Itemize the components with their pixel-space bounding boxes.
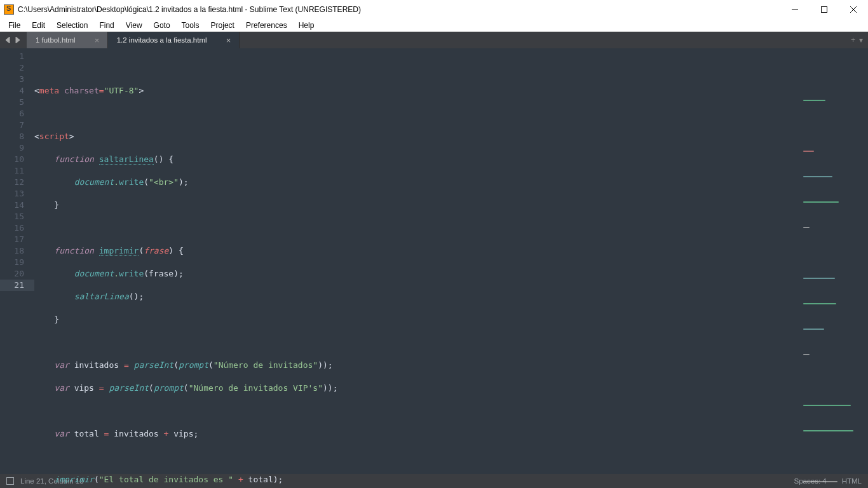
panel-toggle-icon[interactable] [6,477,14,485]
tab-actions: + ▾ [851,36,868,44]
editor[interactable]: 1 2 3 4 5 6 7 8 9 10 11 12 13 14 15 16 1… [0,48,868,474]
line-number: 17 [0,234,34,245]
app-icon [4,4,14,15]
line-number: 6 [0,108,34,119]
menu-view[interactable]: View [120,20,148,31]
code-area[interactable]: <meta charset="UTF-8"> <script> function… [34,48,868,474]
menu-goto[interactable]: Goto [148,20,176,31]
tab-label: 1.2 invitados a la fiesta.html [117,36,207,44]
close-button[interactable] [839,0,868,19]
tabs: 1 futbol.html × 1.2 invitados a la fiest… [27,32,851,48]
menu-selection[interactable]: Selection [51,20,93,31]
line-number: 16 [0,222,34,234]
line-number: 3 [0,74,34,85]
svg-marker-4 [6,37,10,43]
line-number: 8 [0,131,34,142]
line-number: 5 [0,97,34,108]
line-number: 19 [0,257,34,268]
menu-preferences[interactable]: Preferences [240,20,293,31]
line-number: 20 [0,268,34,280]
menu-tools[interactable]: Tools [176,20,205,31]
tab-label: 1 futbol.html [36,36,76,44]
minimize-button[interactable] [780,0,810,19]
line-number: 14 [0,200,34,211]
minimap[interactable] [803,51,864,102]
svg-rect-1 [822,7,827,13]
menu-file[interactable]: File [3,20,26,31]
tab-invitados[interactable]: 1.2 invitados a la fiesta.html × [108,32,240,48]
line-number: 2 [0,62,34,74]
menu-project[interactable]: Project [205,20,240,31]
new-tab-icon[interactable]: + [851,36,855,44]
menu-edit[interactable]: Edit [26,20,51,31]
line-number: 13 [0,188,34,200]
svg-marker-5 [16,37,20,43]
tab-bar: 1 futbol.html × 1.2 invitados a la fiest… [0,32,868,48]
menu-help[interactable]: Help [293,20,320,31]
line-number: 11 [0,165,34,177]
nav-back-icon[interactable] [5,36,13,44]
line-number: 7 [0,119,34,131]
tab-futbol[interactable]: 1 futbol.html × [27,32,108,48]
line-number: 12 [0,177,34,188]
menu-find[interactable]: Find [93,20,119,31]
window-title: C:\Users\Administrator\Desktop\lógica\1.… [18,5,780,14]
line-number: 18 [0,245,34,257]
line-number: 15 [0,211,34,222]
nav-forward-icon[interactable] [14,36,22,44]
line-number: 9 [0,142,34,154]
line-number: 1 [0,51,34,62]
window-controls [780,0,868,19]
line-number: 21 [0,280,34,291]
nav-history [0,36,27,44]
menubar: File Edit Selection Find View Goto Tools… [0,19,868,32]
close-icon[interactable]: × [93,36,101,45]
titlebar: C:\Users\Administrator\Desktop\lógica\1.… [0,0,868,19]
line-number: 4 [0,85,34,97]
close-icon[interactable]: × [225,36,233,45]
line-number: 10 [0,154,34,165]
maximize-button[interactable] [810,0,839,19]
line-gutter: 1 2 3 4 5 6 7 8 9 10 11 12 13 14 15 16 1… [0,48,34,474]
tab-menu-icon[interactable]: ▾ [859,36,863,44]
